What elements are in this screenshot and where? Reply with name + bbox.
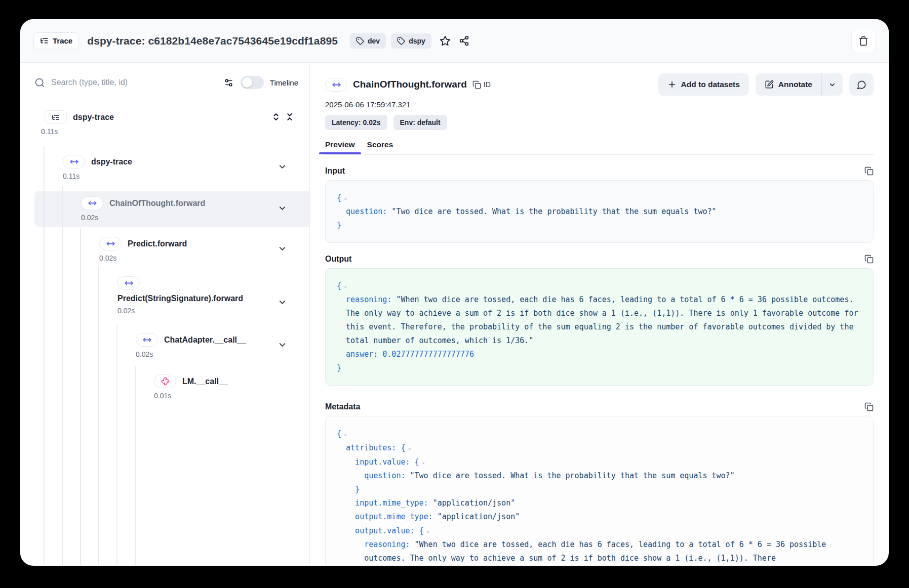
json-token: question: bbox=[346, 207, 387, 216]
json-token: question: bbox=[364, 471, 405, 480]
tree-row-lm-call[interactable]: LM.__call__ 0.01s bbox=[20, 374, 309, 400]
output-section-title: Output bbox=[325, 255, 351, 264]
chevron-down-icon[interactable] bbox=[278, 298, 287, 307]
json-token: reasoning: bbox=[364, 540, 410, 549]
square-pen-icon bbox=[765, 80, 774, 89]
json-line: output.mime_type: "application/json" bbox=[337, 510, 862, 524]
json-token: } bbox=[355, 485, 360, 494]
tab-preview[interactable]: Preview bbox=[319, 135, 361, 154]
tree-guide-line bbox=[44, 146, 45, 565]
annotate-button[interactable]: Annotate bbox=[756, 73, 821, 96]
copy-icon bbox=[864, 402, 874, 411]
tree-guide-line bbox=[116, 325, 117, 565]
collapse-json-icon[interactable]: ⌄ bbox=[408, 444, 411, 451]
json-token: { bbox=[337, 429, 341, 438]
input-section-title: Input bbox=[325, 166, 345, 176]
timeline-label: Timeline bbox=[270, 78, 299, 87]
metadata-section-title: Metadata bbox=[325, 402, 360, 411]
json-line: } bbox=[337, 361, 862, 375]
json-token: "Two dice are tossed. What is the probab… bbox=[387, 207, 716, 216]
chevron-down-icon[interactable] bbox=[278, 162, 287, 172]
json-token: "When two dice are tossed, each die has … bbox=[346, 295, 862, 345]
json-line: {⌄ bbox=[337, 279, 862, 293]
tag-dev[interactable]: dev bbox=[350, 33, 386, 49]
star-button[interactable] bbox=[440, 35, 451, 47]
json-token: { bbox=[396, 443, 405, 452]
copy-id-button[interactable] bbox=[472, 80, 481, 89]
trace-detail-window: Trace dspy-trace: c6182b14e8e7ac7543645e… bbox=[20, 19, 889, 566]
tag-icon bbox=[356, 37, 364, 45]
json-token: output.mime_type: bbox=[355, 512, 433, 521]
chevron-down-icon[interactable] bbox=[278, 340, 287, 350]
tag-list: dev dspy bbox=[350, 33, 431, 49]
json-token: input.value: bbox=[355, 457, 410, 467]
chevron-down-icon[interactable] bbox=[278, 244, 287, 254]
chevron-down-icon[interactable] bbox=[278, 203, 287, 213]
json-line: {⌄ bbox=[337, 191, 862, 205]
tree-row-dspy-trace-span[interactable]: dspy-trace 0.11s bbox=[20, 155, 309, 180]
trace-type-badge: Trace bbox=[33, 32, 79, 49]
json-line: input.value: {⌄ bbox=[337, 455, 862, 469]
collapse-all-icon[interactable] bbox=[285, 112, 294, 121]
env-badge: Env: default bbox=[393, 115, 447, 130]
detail-tabs: Preview Scores bbox=[325, 135, 874, 155]
tree-row-chatadapter-call[interactable]: ChatAdapter.__call__ 0.02s bbox=[20, 333, 309, 358]
copy-output-button[interactable] bbox=[864, 255, 874, 264]
json-token: output.value: bbox=[355, 526, 414, 535]
search-input[interactable] bbox=[51, 78, 218, 87]
move-horizontal-icon bbox=[99, 237, 122, 250]
timeline-toggle[interactable] bbox=[241, 76, 264, 89]
latency-badge: Latency: 0.02s bbox=[325, 115, 387, 130]
json-line: output.value: {⌄ bbox=[337, 524, 862, 538]
json-token: { bbox=[337, 281, 341, 290]
move-horizontal-icon bbox=[136, 333, 158, 347]
tree-guide-line bbox=[135, 366, 136, 565]
annotate-button-group: Annotate bbox=[756, 73, 843, 96]
observation-detail-panel: ChainOfThought.forward ID Add to dataset… bbox=[310, 63, 889, 565]
copy-icon bbox=[472, 80, 481, 89]
search-icon bbox=[34, 77, 45, 88]
observation-timestamp: 2025-06-06 17:59:47.321 bbox=[325, 96, 874, 112]
add-to-datasets-button[interactable]: Add to datasets bbox=[658, 73, 749, 96]
star-icon bbox=[440, 35, 451, 47]
list-tree-icon bbox=[40, 36, 49, 45]
json-line: reasoning: "When two dice are tossed, ea… bbox=[337, 293, 862, 348]
tree-row-predict-stringsignature-forward[interactable]: Predict(StringSignature).forward 0.02s bbox=[20, 276, 309, 315]
tree-row-chainofthought-forward[interactable]: ChainOfThought.forward 0.02s bbox=[20, 196, 309, 222]
json-token: "application/json" bbox=[428, 498, 516, 508]
collapse-json-icon[interactable]: ⌄ bbox=[344, 282, 347, 289]
collapse-json-icon[interactable]: ⌄ bbox=[344, 194, 347, 201]
tree-row-dspy-trace-root[interactable]: dspy-trace 0.11s bbox=[20, 110, 309, 136]
copy-input-button[interactable] bbox=[864, 166, 874, 176]
tree-row-predict-forward[interactable]: Predict.forward 0.02s bbox=[20, 237, 309, 262]
delete-trace-button[interactable] bbox=[851, 29, 876, 53]
json-line: question: "Two dice are tossed. What is … bbox=[337, 205, 862, 219]
span-tree: dspy-trace 0.11s dspy-trace 0.11s bbox=[20, 106, 309, 565]
json-token: { bbox=[337, 193, 341, 202]
json-line: } bbox=[337, 219, 862, 232]
filter-sliders-icon[interactable] bbox=[224, 78, 233, 88]
expand-all-icon[interactable] bbox=[271, 112, 281, 121]
share-button[interactable] bbox=[459, 35, 469, 46]
trash-icon bbox=[858, 36, 868, 46]
collapse-json-icon[interactable]: ⌄ bbox=[422, 458, 425, 465]
annotate-dropdown-button[interactable] bbox=[822, 73, 843, 96]
tree-guide-line bbox=[98, 266, 99, 565]
move-horizontal-icon bbox=[63, 155, 85, 169]
collapse-json-icon[interactable]: ⌄ bbox=[426, 527, 430, 534]
tag-dspy[interactable]: dspy bbox=[391, 33, 431, 49]
json-token: reasoning: bbox=[346, 295, 391, 304]
chevron-down-icon bbox=[828, 81, 836, 89]
output-json: {⌄reasoning: "When two dice are tossed, … bbox=[325, 268, 874, 386]
tab-scores[interactable]: Scores bbox=[361, 135, 400, 154]
collapse-json-icon[interactable]: ⌄ bbox=[344, 430, 347, 437]
toggle-knob bbox=[242, 77, 252, 88]
move-horizontal-icon bbox=[81, 196, 103, 210]
id-label: ID bbox=[484, 80, 491, 89]
comments-button[interactable] bbox=[849, 73, 874, 96]
json-token: 0.027777777777777776 bbox=[378, 350, 474, 359]
json-token: input.mime_type: bbox=[355, 498, 428, 508]
copy-metadata-button[interactable] bbox=[864, 402, 874, 411]
message-bubble-icon bbox=[857, 80, 866, 90]
input-json: {⌄question: "Two dice are tossed. What i… bbox=[325, 180, 874, 243]
